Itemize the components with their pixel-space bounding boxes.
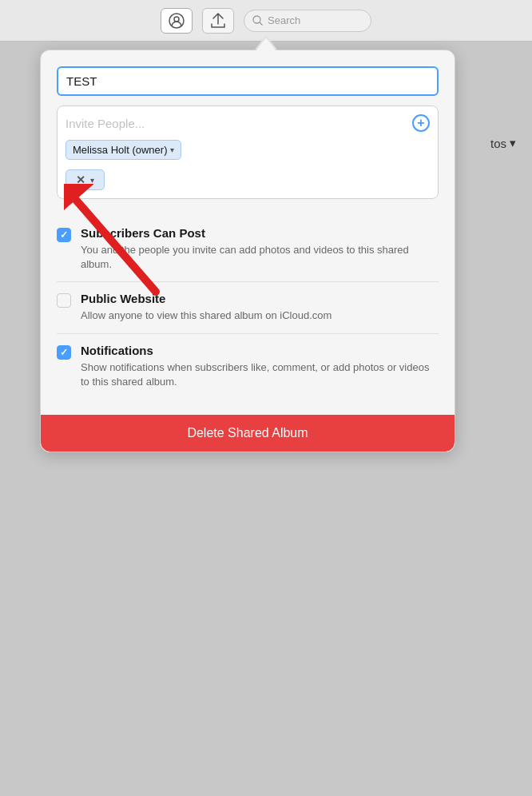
option-public-website: Public Website Allow anyone to view this… (57, 282, 439, 333)
delete-album-button[interactable]: Delete Shared Album (41, 415, 455, 452)
notifications-content: Notifications Show notifications when su… (81, 344, 439, 389)
remove-person-tag[interactable]: ✕ ▾ (66, 169, 105, 190)
svg-line-3 (260, 22, 263, 26)
svg-point-2 (253, 16, 260, 23)
option-notifications: Notifications Show notifications when su… (57, 334, 439, 399)
options-section: Subscribers Can Post You and the people … (57, 213, 439, 402)
invite-section: Invite People... + Melissa Holt (owner) … (57, 105, 439, 199)
chevron-down-icon: ▾ (510, 136, 516, 150)
remove-icon: ✕ (76, 173, 85, 186)
search-icon (252, 15, 263, 26)
notifications-checkbox[interactable] (57, 345, 71, 360)
public-website-title: Public Website (81, 292, 439, 305)
add-person-button[interactable]: + (412, 114, 430, 132)
remove-tag-row: ✕ ▾ (66, 169, 430, 190)
popover-arrow (255, 35, 277, 50)
profile-icon (169, 13, 185, 29)
popover-panel: Invite People... + Melissa Holt (owner) … (40, 50, 455, 452)
subscribers-can-post-content: Subscribers Can Post You and the people … (81, 226, 439, 272)
notifications-desc: Show notifications when subscribers like… (81, 360, 439, 389)
public-website-content: Public Website Allow anyone to view this… (81, 292, 439, 323)
share-button[interactable] (202, 8, 234, 34)
remove-dropdown-icon: ▾ (90, 176, 94, 185)
svg-point-1 (174, 17, 179, 22)
invite-placeholder: Invite People... (66, 117, 145, 130)
subscribers-can-post-title: Subscribers Can Post (81, 226, 439, 240)
search-bar[interactable]: Search (244, 10, 371, 32)
search-label: Search (268, 14, 300, 26)
invite-row: Invite People... + (66, 114, 430, 132)
subscribers-can-post-desc: You and the people you invite can add ph… (81, 243, 439, 272)
album-name-input[interactable] (57, 66, 439, 96)
option-subscribers-can-post: Subscribers Can Post You and the people … (57, 217, 439, 282)
owner-dropdown-icon: ▾ (170, 145, 174, 154)
subscribers-can-post-checkbox[interactable] (57, 228, 71, 242)
notifications-title: Notifications (81, 344, 439, 357)
public-website-desc: Allow anyone to view this shared album o… (81, 308, 439, 323)
profile-button[interactable] (161, 8, 193, 34)
share-icon (211, 13, 225, 29)
public-website-checkbox[interactable] (57, 293, 71, 308)
plus-icon: + (417, 116, 424, 130)
right-label-text: tos (490, 137, 506, 150)
right-label: tos ▾ (490, 136, 516, 150)
owner-tag[interactable]: Melissa Holt (owner) ▾ (66, 140, 181, 160)
owner-name: Melissa Holt (owner) (73, 144, 167, 156)
